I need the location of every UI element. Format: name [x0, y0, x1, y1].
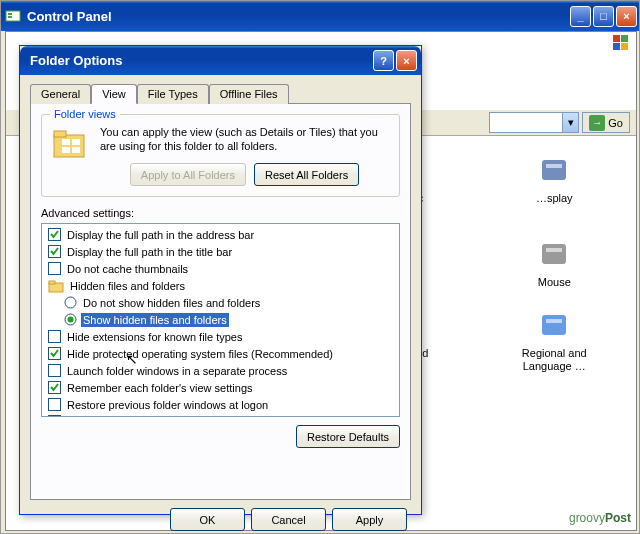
svg-rect-40: [72, 139, 80, 145]
tree-item-label: Do not cache thumbnails: [65, 262, 190, 276]
svg-rect-53: [49, 365, 61, 377]
checkbox-icon: [48, 262, 61, 275]
folder-icon: [48, 278, 64, 294]
svg-rect-4: [621, 35, 628, 42]
advanced-settings-label: Advanced settings:: [41, 207, 400, 219]
tree-item-label: Restore previous folder windows at logon: [65, 398, 270, 412]
close-button[interactable]: ×: [616, 6, 637, 27]
maximize-button[interactable]: □: [593, 6, 614, 27]
tree-item[interactable]: Launch folder windows in a separate proc…: [44, 362, 397, 379]
svg-rect-55: [49, 399, 61, 411]
tab-view[interactable]: View: [91, 84, 137, 104]
tab-offline-files[interactable]: Offline Files: [209, 84, 289, 104]
svg-rect-47: [49, 281, 55, 284]
svg-rect-37: [54, 135, 84, 157]
svg-rect-39: [62, 139, 70, 145]
radio-icon: [64, 313, 77, 326]
svg-rect-22: [546, 248, 562, 252]
folder-options-dialog: Folder Options ? × GeneralViewFile Types…: [19, 45, 422, 515]
cp-item-label: Regional and Language …: [517, 347, 591, 373]
go-arrow-icon: →: [589, 115, 605, 131]
help-button[interactable]: ?: [373, 50, 394, 71]
tree-item-label: Launch folder windows in a separate proc…: [65, 364, 289, 378]
apply-button[interactable]: Apply: [332, 508, 407, 531]
tree-item[interactable]: Hide protected operating system files (R…: [44, 345, 397, 362]
tree-item-label: Hide protected operating system files (R…: [65, 347, 335, 361]
restore-defaults-button[interactable]: Restore Defaults: [296, 425, 400, 448]
tab-panel-view: Folder views You can apply the view (suc…: [30, 103, 411, 500]
go-label: Go: [608, 117, 623, 129]
cp-item-label: …splay: [517, 192, 591, 205]
svg-rect-38: [54, 131, 66, 137]
cp-item-icon: [538, 238, 570, 270]
tree-item-label: Display the full path in the address bar: [65, 228, 256, 242]
checkbox-icon: [48, 347, 61, 360]
cancel-button[interactable]: Cancel: [251, 508, 326, 531]
dialog-titlebar[interactable]: Folder Options ? ×: [20, 46, 421, 75]
svg-rect-45: [49, 263, 61, 275]
checkbox-icon: [48, 415, 61, 417]
svg-rect-42: [72, 147, 80, 153]
tree-item[interactable]: Display the full path in the address bar: [44, 226, 397, 243]
cp-item-splay[interactable]: …splay: [513, 150, 595, 222]
reset-all-folders-button[interactable]: Reset All Folders: [254, 163, 359, 186]
tree-item-label: Remember each folder's view settings: [65, 381, 255, 395]
footer-watermark: groovyPost: [569, 511, 631, 525]
svg-rect-30: [546, 319, 562, 323]
apply-all-folders-button: Apply to All Folders: [130, 163, 246, 186]
svg-rect-1: [8, 13, 12, 15]
dialog-close-button[interactable]: ×: [396, 50, 417, 71]
svg-rect-6: [621, 43, 628, 50]
svg-rect-29: [542, 315, 566, 335]
radio-icon: [64, 296, 77, 309]
minimize-button[interactable]: _: [570, 6, 591, 27]
tab-general[interactable]: General: [30, 84, 91, 104]
tree-item[interactable]: Hide extensions for known file types: [44, 328, 397, 345]
main-window-title: Control Panel: [27, 9, 570, 24]
go-button[interactable]: → Go: [582, 112, 630, 133]
tree-item-label: Show hidden files and folders: [81, 313, 229, 327]
tree-item[interactable]: Remember each folder's view settings: [44, 379, 397, 396]
tab-strip: GeneralViewFile TypesOffline Files: [30, 83, 421, 103]
cp-item-icon: [538, 309, 570, 341]
ok-button[interactable]: OK: [170, 508, 245, 531]
svg-rect-56: [49, 416, 61, 418]
cp-item-mouse[interactable]: Mouse: [513, 234, 595, 293]
cp-item-icon: [538, 154, 570, 186]
address-dropdown-icon[interactable]: ▾: [562, 113, 578, 132]
main-titlebar[interactable]: Control Panel _ □ ×: [1, 1, 640, 31]
svg-point-48: [65, 297, 76, 308]
tree-item-label: Display the full path in the title bar: [65, 245, 234, 259]
tree-item-label: Hidden files and folders: [68, 279, 187, 293]
cp-item-regional-and-language[interactable]: Regional and Language …: [513, 305, 595, 377]
checkbox-icon: [48, 398, 61, 411]
tab-file-types[interactable]: File Types: [137, 84, 209, 104]
control-panel-icon: [5, 8, 21, 24]
tree-item[interactable]: Do not show hidden files and folders: [44, 294, 397, 311]
cp-item-label: Mouse: [517, 276, 591, 289]
tree-item[interactable]: Do not cache thumbnails: [44, 260, 397, 277]
windows-flag-icon: [610, 32, 632, 54]
svg-point-50: [68, 317, 74, 323]
checkbox-icon: [48, 330, 61, 343]
advanced-settings-tree[interactable]: Display the full path in the address bar…: [41, 223, 400, 417]
svg-rect-51: [49, 331, 61, 343]
tree-item[interactable]: Hidden files and folders: [44, 277, 397, 294]
svg-rect-3: [613, 35, 620, 42]
dialog-title: Folder Options: [30, 53, 373, 68]
svg-rect-14: [546, 164, 562, 168]
checkbox-icon: [48, 381, 61, 394]
tree-item[interactable]: Show Control Panel in My Computer: [44, 413, 397, 417]
folder-views-group: Folder views You can apply the view (suc…: [41, 114, 400, 197]
tree-item[interactable]: Show hidden files and folders: [44, 311, 397, 328]
svg-rect-5: [613, 43, 620, 50]
checkbox-icon: [48, 364, 61, 377]
tree-item[interactable]: Restore previous folder windows at logon: [44, 396, 397, 413]
folder-views-text: You can apply the view (such as Details …: [100, 125, 389, 153]
address-field[interactable]: ▾: [489, 112, 579, 133]
checkbox-icon: [48, 245, 61, 258]
tree-item[interactable]: Display the full path in the title bar: [44, 243, 397, 260]
svg-rect-41: [62, 147, 70, 153]
svg-rect-2: [8, 16, 12, 18]
svg-rect-13: [542, 160, 566, 180]
